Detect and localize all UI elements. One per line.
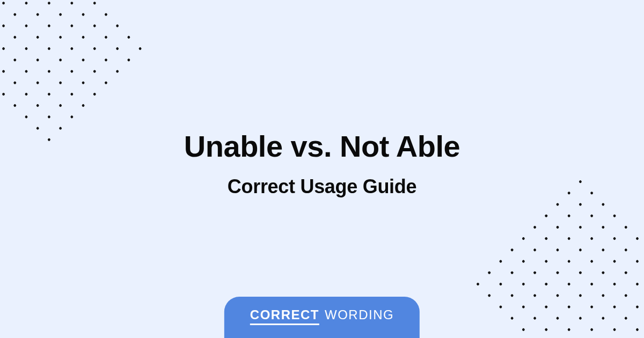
svg-point-86 bbox=[635, 237, 639, 240]
svg-point-126 bbox=[590, 282, 594, 286]
svg-point-106 bbox=[613, 260, 617, 263]
svg-point-108 bbox=[635, 282, 639, 286]
main-title: Unable vs. Not Able bbox=[0, 129, 644, 164]
svg-point-165 bbox=[533, 317, 537, 320]
svg-point-40 bbox=[47, 47, 51, 50]
svg-point-157 bbox=[567, 328, 571, 332]
svg-point-49 bbox=[36, 58, 40, 62]
svg-point-84 bbox=[613, 214, 617, 218]
hero-content: Unable vs. Not Able Correct Usage Guide bbox=[0, 129, 644, 198]
svg-point-148 bbox=[590, 328, 594, 332]
svg-point-57 bbox=[13, 58, 17, 62]
svg-point-53 bbox=[82, 104, 85, 107]
svg-point-22 bbox=[70, 24, 74, 28]
svg-point-122 bbox=[544, 237, 548, 240]
svg-point-8 bbox=[138, 47, 142, 50]
svg-point-173 bbox=[499, 305, 503, 309]
svg-point-39 bbox=[36, 35, 40, 39]
svg-point-128 bbox=[613, 305, 617, 309]
svg-point-85 bbox=[624, 225, 628, 229]
svg-point-121 bbox=[533, 225, 537, 229]
svg-point-127 bbox=[601, 293, 605, 297]
svg-point-147 bbox=[579, 317, 582, 320]
svg-point-111 bbox=[544, 214, 548, 218]
svg-point-46 bbox=[2, 24, 5, 28]
svg-point-125 bbox=[579, 271, 582, 275]
svg-point-129 bbox=[624, 317, 628, 320]
svg-point-25 bbox=[104, 58, 108, 62]
svg-point-16 bbox=[115, 47, 119, 50]
svg-point-78 bbox=[25, 115, 28, 119]
svg-point-59 bbox=[36, 81, 40, 85]
svg-point-137 bbox=[590, 305, 594, 309]
svg-point-101 bbox=[556, 203, 560, 207]
svg-point-15 bbox=[104, 35, 108, 39]
svg-point-21 bbox=[58, 13, 62, 17]
svg-point-58 bbox=[25, 70, 28, 74]
svg-point-136 bbox=[579, 293, 582, 297]
svg-point-52 bbox=[70, 92, 74, 96]
svg-point-105 bbox=[601, 248, 605, 252]
subtitle: Correct Usage Guide bbox=[0, 175, 644, 198]
svg-point-34 bbox=[93, 70, 97, 74]
svg-point-118 bbox=[624, 293, 628, 297]
svg-point-143 bbox=[533, 271, 537, 275]
svg-point-124 bbox=[567, 260, 571, 263]
svg-point-141 bbox=[510, 248, 514, 252]
svg-point-112 bbox=[556, 225, 560, 229]
svg-point-163 bbox=[510, 293, 514, 297]
brand-word-wording: WORDING bbox=[325, 307, 394, 322]
svg-point-151 bbox=[499, 260, 503, 263]
svg-point-31 bbox=[58, 35, 62, 39]
svg-point-76 bbox=[2, 92, 5, 96]
svg-point-26 bbox=[115, 70, 119, 74]
svg-point-51 bbox=[58, 81, 62, 85]
svg-point-116 bbox=[601, 271, 605, 275]
svg-point-171 bbox=[476, 282, 480, 286]
svg-point-97 bbox=[635, 260, 639, 263]
svg-point-37 bbox=[13, 13, 17, 17]
svg-point-69 bbox=[36, 104, 40, 107]
svg-point-5 bbox=[104, 13, 108, 17]
svg-point-13 bbox=[82, 13, 85, 17]
svg-point-117 bbox=[613, 282, 617, 286]
svg-point-33 bbox=[82, 58, 85, 62]
svg-point-66 bbox=[2, 70, 5, 74]
svg-point-23 bbox=[82, 35, 85, 39]
svg-point-70 bbox=[47, 115, 51, 119]
svg-point-175 bbox=[522, 328, 525, 332]
svg-point-4 bbox=[93, 1, 97, 5]
svg-point-77 bbox=[13, 104, 17, 107]
dot-pattern-bottom-right bbox=[465, 174, 644, 338]
svg-point-123 bbox=[556, 248, 560, 252]
svg-point-48 bbox=[25, 47, 28, 50]
svg-point-60 bbox=[47, 92, 51, 96]
svg-point-43 bbox=[82, 81, 85, 85]
svg-point-153 bbox=[522, 282, 525, 286]
svg-point-47 bbox=[13, 35, 17, 39]
svg-point-130 bbox=[635, 328, 639, 332]
svg-point-50 bbox=[47, 70, 51, 74]
svg-point-38 bbox=[25, 24, 28, 28]
svg-point-152 bbox=[510, 271, 514, 275]
svg-point-35 bbox=[104, 81, 108, 85]
svg-point-174 bbox=[510, 317, 514, 320]
svg-point-166 bbox=[544, 328, 548, 332]
svg-point-12 bbox=[70, 1, 74, 5]
svg-point-142 bbox=[522, 260, 525, 263]
svg-point-144 bbox=[544, 282, 548, 286]
svg-point-20 bbox=[47, 1, 51, 5]
svg-point-132 bbox=[533, 248, 537, 252]
svg-point-93 bbox=[590, 214, 594, 218]
svg-point-162 bbox=[499, 282, 503, 286]
svg-point-28 bbox=[25, 1, 28, 5]
svg-point-83 bbox=[601, 203, 605, 207]
svg-point-138 bbox=[601, 317, 605, 320]
svg-point-44 bbox=[93, 92, 97, 96]
svg-point-14 bbox=[93, 24, 97, 28]
svg-point-102 bbox=[567, 214, 571, 218]
svg-point-42 bbox=[70, 70, 74, 74]
svg-point-6 bbox=[115, 24, 119, 28]
svg-point-94 bbox=[601, 225, 605, 229]
svg-point-32 bbox=[70, 47, 74, 50]
